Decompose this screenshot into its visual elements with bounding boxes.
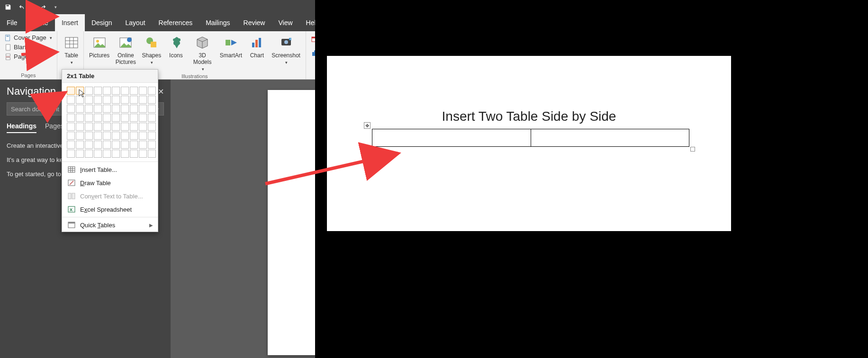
- shapes-button[interactable]: Shapes▾: [139, 33, 163, 72]
- table-grid-cell[interactable]: [103, 141, 111, 149]
- table-grid-cell[interactable]: [148, 96, 156, 104]
- table-grid-cell[interactable]: [67, 123, 75, 131]
- tab-references[interactable]: References: [152, 14, 199, 31]
- table-size-grid[interactable]: [62, 83, 158, 161]
- table-grid-cell[interactable]: [121, 123, 129, 131]
- table-grid-cell[interactable]: [130, 96, 138, 104]
- undo-icon[interactable]: [17, 2, 27, 12]
- 3d-models-button[interactable]: 3DModels ▾: [188, 33, 216, 72]
- table-grid-cell[interactable]: [67, 132, 75, 140]
- table-cell[interactable]: [531, 129, 689, 146]
- table-grid-cell[interactable]: [112, 150, 120, 158]
- table-grid-cell[interactable]: [94, 123, 102, 131]
- table-grid-cell[interactable]: [139, 96, 147, 104]
- table-grid-cell[interactable]: [139, 123, 147, 131]
- nav-tab-pages[interactable]: Pages: [45, 122, 64, 133]
- table-grid-cell[interactable]: [76, 96, 84, 104]
- table-grid-cell[interactable]: [121, 105, 129, 113]
- table-grid-cell[interactable]: [76, 87, 84, 95]
- table-grid-cell[interactable]: [103, 105, 111, 113]
- table-grid-cell[interactable]: [67, 150, 75, 158]
- table-grid-cell[interactable]: [94, 150, 102, 158]
- table-grid-cell[interactable]: [103, 150, 111, 158]
- page-break-button[interactable]: Page Break: [3, 52, 54, 61]
- insert-table-item[interactable]: Insert Table...: [62, 163, 158, 176]
- tab-review[interactable]: Review: [237, 14, 272, 31]
- tab-mailings[interactable]: Mailings: [199, 14, 236, 31]
- table-grid-cell[interactable]: [94, 105, 102, 113]
- table-grid-cell[interactable]: [121, 114, 129, 122]
- screenshot-button[interactable]: + Screenshot▾: [269, 33, 303, 72]
- table-grid-cell[interactable]: [85, 96, 93, 104]
- qat-customize-caret[interactable]: ▾: [54, 5, 57, 9]
- table-grid-cell[interactable]: [85, 132, 93, 140]
- tab-home[interactable]: Home: [24, 14, 55, 31]
- tab-file[interactable]: File: [0, 14, 24, 31]
- table-grid-cell[interactable]: [67, 114, 75, 122]
- table-grid-cell[interactable]: [130, 105, 138, 113]
- table-grid-cell[interactable]: [139, 132, 147, 140]
- redo-icon[interactable]: [37, 2, 48, 12]
- table-grid-cell[interactable]: [67, 105, 75, 113]
- table-grid-cell[interactable]: [121, 132, 129, 140]
- nav-tab-headings[interactable]: Headings: [7, 122, 36, 133]
- draw-table-item[interactable]: Draw Table: [62, 176, 158, 189]
- table-grid-cell[interactable]: [139, 114, 147, 122]
- pictures-button[interactable]: Pictures: [87, 33, 112, 72]
- icons-button[interactable]: Icons: [164, 33, 187, 72]
- table-grid-cell[interactable]: [94, 132, 102, 140]
- table-grid-cell[interactable]: [76, 114, 84, 122]
- table-grid-cell[interactable]: [148, 114, 156, 122]
- table-grid-cell[interactable]: [85, 87, 93, 95]
- table-grid-cell[interactable]: [139, 105, 147, 113]
- table-grid-cell[interactable]: [130, 87, 138, 95]
- table-grid-cell[interactable]: [85, 141, 93, 149]
- table-grid-cell[interactable]: [94, 96, 102, 104]
- online-pictures-button[interactable]: OnlinePictures: [113, 33, 138, 72]
- smartart-button[interactable]: SmartArt: [217, 33, 245, 72]
- table-grid-cell[interactable]: [94, 141, 102, 149]
- table-grid-cell[interactable]: [121, 141, 129, 149]
- table-grid-cell[interactable]: [121, 87, 129, 95]
- cover-page-button[interactable]: Cover Page▾: [3, 33, 54, 42]
- table-grid-cell[interactable]: [76, 123, 84, 131]
- save-icon[interactable]: [3, 2, 13, 12]
- table-grid-cell[interactable]: [103, 96, 111, 104]
- table-grid-cell[interactable]: [112, 132, 120, 140]
- table-grid-cell[interactable]: [76, 132, 84, 140]
- table-grid-cell[interactable]: [67, 96, 75, 104]
- undo-dropdown-caret[interactable]: ▾: [31, 5, 34, 9]
- table-grid-cell[interactable]: [139, 150, 147, 158]
- table-grid-cell[interactable]: [130, 132, 138, 140]
- table-grid-cell[interactable]: [148, 105, 156, 113]
- tab-insert[interactable]: Insert: [55, 14, 85, 31]
- excel-spreadsheet-item[interactable]: X Excel Spreadsheet: [62, 203, 158, 216]
- document-page[interactable]: [268, 90, 315, 355]
- table-grid-cell[interactable]: [121, 96, 129, 104]
- table-grid-cell[interactable]: [76, 105, 84, 113]
- tab-design[interactable]: Design: [85, 14, 119, 31]
- table-grid-cell[interactable]: [112, 87, 120, 95]
- table-grid-cell[interactable]: [139, 87, 147, 95]
- close-icon[interactable]: ✕: [158, 87, 164, 96]
- table-grid-cell[interactable]: [67, 87, 75, 95]
- table-grid-cell[interactable]: [94, 114, 102, 122]
- table-grid-cell[interactable]: [130, 114, 138, 122]
- table-grid-cell[interactable]: [94, 87, 102, 95]
- table-grid-cell[interactable]: [103, 87, 111, 95]
- table-grid-cell[interactable]: [139, 141, 147, 149]
- table-grid-cell[interactable]: [121, 150, 129, 158]
- table-grid-cell[interactable]: [112, 141, 120, 149]
- result-table[interactable]: [372, 129, 689, 147]
- table-grid-cell[interactable]: [76, 141, 84, 149]
- table-grid-cell[interactable]: [148, 141, 156, 149]
- table-grid-cell[interactable]: [103, 114, 111, 122]
- tab-layout[interactable]: Layout: [119, 14, 152, 31]
- table-grid-cell[interactable]: [85, 105, 93, 113]
- table-grid-cell[interactable]: [103, 123, 111, 131]
- table-grid-cell[interactable]: [148, 150, 156, 158]
- quick-tables-item[interactable]: Quick Tables ▶: [62, 218, 158, 232]
- table-move-handle[interactable]: ✥: [364, 122, 371, 129]
- table-grid-cell[interactable]: [76, 150, 84, 158]
- table-grid-cell[interactable]: [130, 141, 138, 149]
